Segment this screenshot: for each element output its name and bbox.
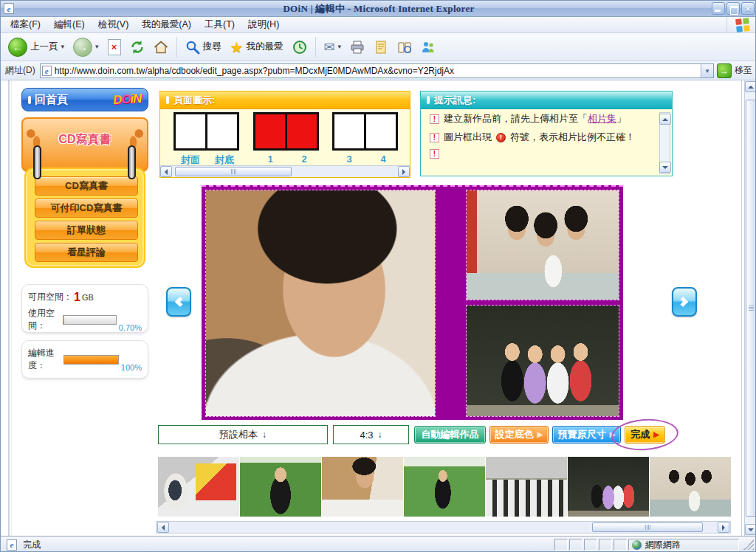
go-button[interactable]: → (717, 63, 732, 78)
history-icon (292, 40, 307, 55)
discuss-button[interactable] (394, 38, 415, 56)
page-2[interactable] (285, 112, 319, 151)
scroll-up-button[interactable] (745, 81, 756, 92)
mail-dropdown-icon[interactable]: ▾ (338, 44, 342, 50)
thumbnail-3-selfie[interactable] (322, 457, 403, 517)
page-left-border-2 (11, 80, 12, 536)
scroll-up-button[interactable] (659, 114, 671, 125)
messenger-button[interactable] (418, 38, 439, 56)
favorites-button[interactable]: ★ 我的最愛 (227, 38, 286, 56)
forward-dropdown-icon[interactable]: ▾ (95, 44, 99, 50)
thumbnail-7-restaurant-group[interactable] (650, 457, 731, 517)
address-input[interactable]: e http://www.doin.com.tw/alpha/cdbook/ed… (40, 63, 714, 78)
binder-ring-icon (128, 145, 136, 179)
select-arrow-icon: ↓ (262, 429, 267, 440)
menu-file[interactable]: 檔案(F) (4, 16, 47, 33)
play-arrow-icon: ▶ (653, 431, 659, 438)
page-1[interactable] (253, 112, 287, 151)
thumbnail-6-storefront-group[interactable] (568, 457, 649, 517)
sidebar-item-printable-cdbook[interactable]: 可付印CD寫真書 (35, 199, 138, 218)
menu-edit[interactable]: 編輯(E) (47, 16, 92, 33)
thumbnail-5-baseball-team[interactable] (486, 457, 567, 517)
page-cover-back[interactable] (205, 112, 239, 151)
sidebar-item-order-status[interactable]: 訂單狀態 (35, 221, 138, 240)
sidebar-item-star-reviews[interactable]: 看星評論 (35, 243, 138, 262)
maximize-button[interactable] (726, 2, 740, 15)
menu-favorites[interactable]: 我的最愛(A) (135, 16, 198, 33)
tip-1-text: 建立新作品前，請先上傳相片至「相片集」 (444, 112, 626, 125)
back-button[interactable]: ← 上一頁 ▾ (5, 36, 67, 58)
resize-grip[interactable] (743, 539, 754, 550)
done-button[interactable]: 完成 ▶ (625, 426, 665, 444)
address-dropdown[interactable]: ▾ (701, 64, 713, 77)
history-button[interactable] (289, 38, 310, 56)
scrollbar-thumb[interactable] (746, 100, 756, 517)
preview-original-button[interactable]: 預覽原尺寸 ▶ (552, 426, 621, 444)
set-background-button[interactable]: 設定底色 ▶ (489, 426, 549, 444)
page-4[interactable] (364, 112, 398, 151)
thumbnail-1-product[interactable] (158, 457, 239, 517)
close-button[interactable]: × (741, 2, 755, 15)
home-button[interactable] (151, 38, 171, 56)
page-cover-front[interactable] (173, 112, 207, 151)
tips-scrollbar[interactable] (659, 112, 670, 174)
edit-button[interactable] (371, 38, 391, 56)
page-icon: e (42, 66, 52, 76)
scroll-right-icon (402, 169, 408, 175)
scrollbar-thumb[interactable] (175, 167, 292, 176)
sidebar-item-cdbook[interactable]: CD寫真書 (35, 176, 138, 196)
scroll-up-icon (748, 83, 754, 89)
globe-icon (632, 540, 642, 550)
next-page-button[interactable] (672, 287, 697, 317)
scroll-left-button[interactable] (157, 522, 169, 533)
thumbnail-4-suit-grass[interactable] (404, 457, 485, 517)
refresh-button[interactable] (127, 38, 148, 56)
sidebar-nav-panel: CD寫真書 可付印CD寫真書 訂單狀態 看星評論 (24, 168, 145, 268)
page-left-border (8, 80, 10, 536)
stop-button[interactable]: × (105, 38, 124, 57)
scroll-down-button[interactable] (745, 524, 756, 535)
photo-frame-left[interactable] (205, 190, 436, 417)
page-icons-header: 頁面圖示: (160, 92, 410, 109)
photo-frame-top-right[interactable] (466, 190, 619, 300)
auto-edit-button[interactable]: 自動編輯作品 (414, 426, 486, 444)
tip-row-3: ! (421, 146, 672, 161)
menu-tools[interactable]: 工具(T) (198, 16, 241, 33)
minimize-button[interactable] (712, 2, 725, 15)
forward-button[interactable]: → ▾ (70, 36, 102, 58)
thumbnails-scrollbar[interactable] (156, 521, 731, 534)
scrollbar-thumb[interactable] (592, 522, 703, 532)
photo-album-link[interactable]: 相片集 (588, 113, 616, 124)
page-icons-panel: 頁面圖示: 封面 封底 1 2 3 (159, 91, 410, 178)
window-title: DOiN | 編輯中 - Microsoft Internet Explorer (1, 2, 756, 15)
back-dropdown-icon[interactable]: ▾ (61, 44, 65, 50)
tip-bang-icon: ! (430, 149, 439, 159)
scroll-down-button[interactable] (659, 162, 671, 173)
scroll-left-button[interactable] (160, 166, 172, 177)
page-right-border (741, 80, 742, 536)
home-link[interactable]: 回首頁 DOiN (21, 88, 148, 111)
browser-window: e DOiN | 編輯中 - Microsoft Internet Explor… (0, 0, 756, 552)
menu-view[interactable]: 檢視(V) (92, 16, 136, 33)
title-bar: e DOiN | 編輯中 - Microsoft Internet Explor… (1, 1, 756, 17)
page-3[interactable] (332, 112, 366, 151)
page-icons-scrollbar[interactable] (160, 165, 410, 177)
browser-vertical-scrollbar[interactable] (744, 80, 756, 536)
mail-button[interactable]: ✉ ▾ (321, 39, 345, 55)
previous-page-button[interactable] (166, 287, 191, 317)
used-space-percent: 0.70% (119, 323, 142, 332)
album-select[interactable]: 預設相本 ↓ (158, 425, 328, 444)
print-button[interactable] (347, 38, 368, 56)
scroll-right-button[interactable] (718, 522, 729, 533)
search-button[interactable]: 搜尋 (182, 38, 224, 56)
mail-icon: ✉ (324, 41, 335, 54)
chevron-down-icon: ▾ (706, 67, 709, 75)
bullet-icon (166, 96, 169, 104)
photo-frame-bottom-right[interactable] (466, 305, 619, 417)
scroll-right-button[interactable] (398, 166, 410, 177)
thumbnail-2-suit-trees[interactable] (240, 457, 321, 517)
ratio-select[interactable]: 4:3 ↓ (333, 425, 409, 444)
status-cell (569, 539, 583, 551)
menu-help[interactable]: 說明(H) (241, 16, 286, 33)
address-bar: 網址(D) e http://www.doin.com.tw/alpha/cdb… (1, 61, 756, 80)
